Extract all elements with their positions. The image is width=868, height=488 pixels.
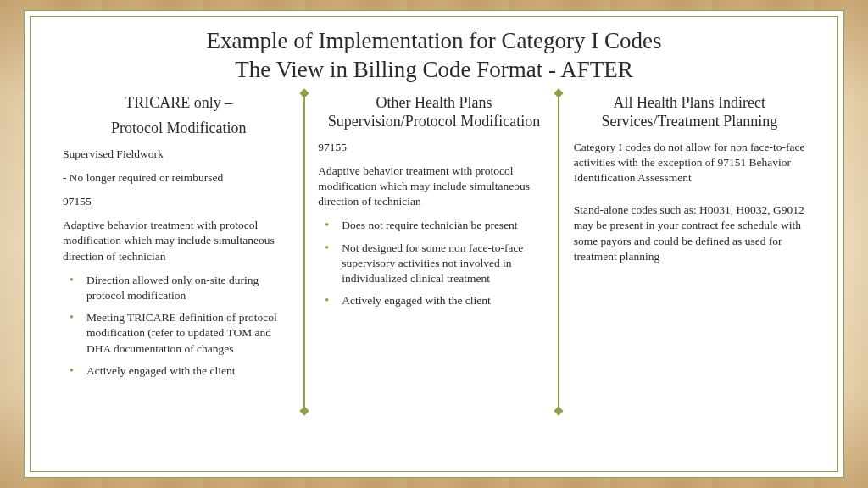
col3-p2: Stand-alone codes such as: H0031, H0032,…: [574, 202, 805, 264]
col2-bullets: Does not require technician be present N…: [318, 218, 549, 308]
column-divider-1: [303, 93, 305, 412]
col1-p2: - No longer required or reimbursed: [63, 170, 294, 186]
column-2-heading-line2: Supervision/Protocol Modification: [318, 112, 549, 131]
column-1-heading-line1: TRICARE only –: [63, 93, 294, 113]
column-1: TRICARE only – Protocol Modification Sup…: [51, 93, 306, 388]
col1-p3: 97155: [63, 194, 294, 209]
col2-p2: Adaptive behavior treatment with protoco…: [318, 164, 549, 210]
column-1-heading: TRICARE only – Protocol Modification: [63, 93, 294, 138]
column-3: All Health Plans Indirect Services/Treat…: [562, 93, 817, 388]
list-item: Direction allowed only on-site during pr…: [81, 273, 294, 303]
list-item: Actively engaged with the client: [81, 363, 294, 379]
list-item: Actively engaged with the client: [337, 293, 549, 308]
col1-p4: Adaptive behavior treatment with protoco…: [63, 218, 294, 264]
columns-container: TRICARE only – Protocol Modification Sup…: [51, 93, 817, 388]
column-1-heading-line2: Protocol Modification: [63, 119, 294, 138]
col1-p1: Supervised Fieldwork: [63, 147, 294, 162]
column-2-heading: Other Health Plans Supervision/Protocol …: [318, 93, 549, 131]
inner-frame: Example of Implementation for Category I…: [30, 16, 838, 472]
col1-bullets: Direction allowed only on-site during pr…: [63, 273, 294, 379]
slide-title: Example of Implementation for Category I…: [51, 27, 817, 85]
outer-frame: Example of Implementation for Category I…: [24, 10, 844, 478]
column-2: Other Health Plans Supervision/Protocol …: [306, 93, 561, 388]
list-item: Not designed for some non face-to-face s…: [337, 241, 549, 287]
title-line-1: Example of Implementation for Category I…: [51, 27, 817, 56]
list-item: Meeting TRICARE definition of protocol m…: [81, 310, 294, 357]
column-3-heading-line2: Services/Treatment Planning: [574, 112, 805, 131]
list-item: Does not require technician be present: [337, 218, 549, 233]
column-divider-2: [558, 93, 559, 412]
column-3-heading: All Health Plans Indirect Services/Treat…: [574, 93, 805, 131]
col3-p1: Category I codes do not allow for non fa…: [574, 140, 805, 186]
column-3-heading-line1: All Health Plans Indirect: [574, 93, 805, 113]
title-line-2: The View in Billing Code Format - AFTER: [51, 56, 817, 85]
col2-p1: 97155: [318, 140, 549, 155]
column-2-heading-line1: Other Health Plans: [318, 93, 549, 113]
